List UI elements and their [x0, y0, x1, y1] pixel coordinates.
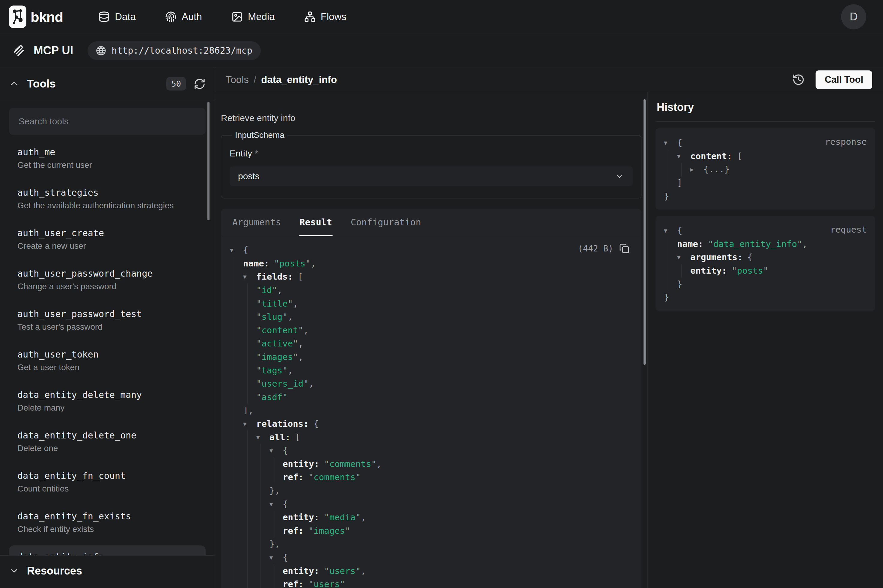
json-punctuation: ,: [309, 378, 314, 389]
indent-guide: [234, 524, 247, 537]
json-key: entity:: [283, 459, 319, 469]
tool-description: Test a user's password: [17, 322, 197, 332]
main-scrollbar-thumb[interactable]: [643, 99, 646, 365]
mcp-url-chip[interactable]: http://localhost:28623/mcp: [87, 41, 261, 60]
indent-guide: [668, 264, 681, 278]
json-punctuation: ,: [293, 298, 298, 309]
indent-guide: [261, 564, 274, 578]
refresh-tools-button[interactable]: [193, 78, 205, 90]
json-tree-line: }: [664, 277, 867, 291]
result-json-viewer: (442 B) ▼{name:"posts",▼fields:["id","ti…: [221, 236, 642, 588]
input-schema-fieldset: InputSchema Entity* posts: [221, 130, 642, 198]
tool-list-item-data_entity_delete_one[interactable]: data_entity_delete_oneDelete one: [9, 424, 205, 459]
indent-guide: [234, 337, 247, 350]
indent-guide: [234, 297, 247, 310]
indent-guide: [234, 444, 247, 458]
copy-result-button[interactable]: [619, 243, 630, 254]
json-tree-line: entity:"posts": [664, 264, 867, 278]
json-tree-line: "id",: [230, 284, 630, 297]
nav-item-data[interactable]: Data: [98, 11, 136, 22]
indent-guide: [234, 350, 247, 364]
globe-icon: [96, 45, 106, 56]
tool-list-item-data_entity_fn_count[interactable]: data_entity_fn_countCount entities: [9, 465, 205, 500]
indent-guide: [247, 511, 261, 524]
json-punctuation: {: [677, 225, 682, 236]
json-tree-line: entity:"media",: [230, 511, 630, 524]
json-tree-line: ref:"images": [230, 524, 630, 537]
json-punctuation: ,: [298, 338, 303, 348]
nav-item-flows[interactable]: Flows: [304, 11, 346, 22]
indent-guide: [274, 458, 287, 471]
indent-guide: [234, 458, 247, 471]
json-tree-line: ref:"comments": [230, 471, 630, 484]
nav-item-auth[interactable]: Auth: [165, 11, 202, 22]
breadcrumb-root[interactable]: Tools: [226, 74, 249, 86]
indent-guide: [274, 578, 287, 588]
tree-collapse-icon[interactable]: ▼: [664, 227, 677, 234]
indent-guide: [261, 524, 274, 537]
tool-list-item-data_entity_info[interactable]: data_entity_infoRetrieve entity info: [9, 546, 205, 555]
indent-guide: [234, 578, 247, 588]
search-tools-input[interactable]: [9, 108, 205, 135]
indent-guide: [234, 484, 247, 498]
json-string-value: "users": [309, 579, 345, 588]
indent-guide: [247, 471, 261, 484]
history-card-response[interactable]: response▼{▼content:[▶{...}]}: [655, 128, 875, 210]
json-punctuation: }: [664, 292, 669, 302]
tool-list-item-data_entity_fn_exists[interactable]: data_entity_fn_existsCheck if entity exi…: [9, 505, 205, 540]
tab-configuration[interactable]: Configuration: [350, 208, 422, 236]
json-tree-line: ▼all:[: [230, 430, 630, 444]
json-punctuation: ,: [376, 459, 382, 469]
indent-guide: [247, 350, 261, 364]
json-punctuation: {: [283, 552, 288, 562]
history-card-request[interactable]: request▼{name:"data_entity_info",▼argume…: [655, 216, 875, 311]
entity-select-value: posts: [238, 171, 615, 182]
network-icon: [304, 11, 316, 22]
tools-section-header[interactable]: Tools 50: [0, 68, 214, 100]
tab-arguments[interactable]: Arguments: [232, 208, 282, 236]
tool-name: auth_me: [17, 147, 197, 158]
json-string-value: "tags": [256, 365, 288, 375]
tool-list-item-auth_strategies[interactable]: auth_strategiesGet the available authent…: [9, 182, 205, 216]
bknd-logo[interactable]: bknd: [9, 5, 63, 28]
json-punctuation: ,: [288, 312, 293, 322]
tool-list-item-auth_user_password_change[interactable]: auth_user_password_changeChange a user's…: [9, 262, 205, 297]
indent-guide: [681, 264, 694, 278]
json-tree-line: ]: [664, 176, 867, 190]
tool-list-item-auth_user_token[interactable]: auth_user_tokenGet a user token: [9, 343, 205, 378]
json-string-value: "users_id": [256, 378, 309, 389]
tree-collapse-icon[interactable]: ▼: [664, 140, 677, 146]
resources-section-header[interactable]: Resources: [0, 555, 214, 588]
history-icon: [792, 74, 805, 86]
json-tree-line: entity:"comments",: [230, 458, 630, 471]
indent-guide: [234, 551, 247, 564]
tool-description: Delete many: [17, 403, 197, 412]
history-button[interactable]: [792, 74, 805, 86]
mcp-url: http://localhost:28623/mcp: [111, 45, 252, 56]
json-punctuation: }: [664, 191, 669, 201]
indent-guide: [234, 511, 247, 524]
indent-guide: [234, 497, 247, 511]
tab-result[interactable]: Result: [299, 208, 333, 236]
nav-item-media[interactable]: Media: [231, 11, 275, 22]
json-punctuation: [: [295, 432, 300, 442]
tool-list-item-data_entity_delete_many[interactable]: data_entity_delete_manyDelete many: [9, 384, 205, 418]
json-tree-line: ],: [230, 404, 630, 417]
tool-list-item-auth_user_password_test[interactable]: auth_user_password_testTest a user's pas…: [9, 303, 205, 338]
json-key: entity:: [283, 512, 319, 522]
user-avatar[interactable]: D: [841, 4, 866, 29]
entity-select[interactable]: posts: [229, 166, 633, 186]
tree-collapse-icon[interactable]: ▼: [230, 247, 243, 253]
sidebar-scrollbar-thumb[interactable]: [207, 102, 210, 220]
indent-guide: [234, 270, 247, 284]
tool-list-item-auth_me[interactable]: auth_meGet the current user: [9, 141, 205, 176]
tool-list-item-auth_user_create[interactable]: auth_user_createCreate a new user: [9, 222, 205, 257]
indent-guide: [234, 310, 247, 324]
json-key: entity:: [690, 266, 727, 276]
tool-name: data_entity_fn_count: [17, 471, 197, 481]
tools-sidebar: Tools 50 auth_meGet the current userauth…: [0, 68, 215, 588]
call-tool-button[interactable]: Call Tool: [816, 70, 872, 89]
json-string-value: "posts": [274, 258, 310, 268]
indent-guide: [247, 324, 261, 337]
indent-guide: [234, 363, 247, 377]
